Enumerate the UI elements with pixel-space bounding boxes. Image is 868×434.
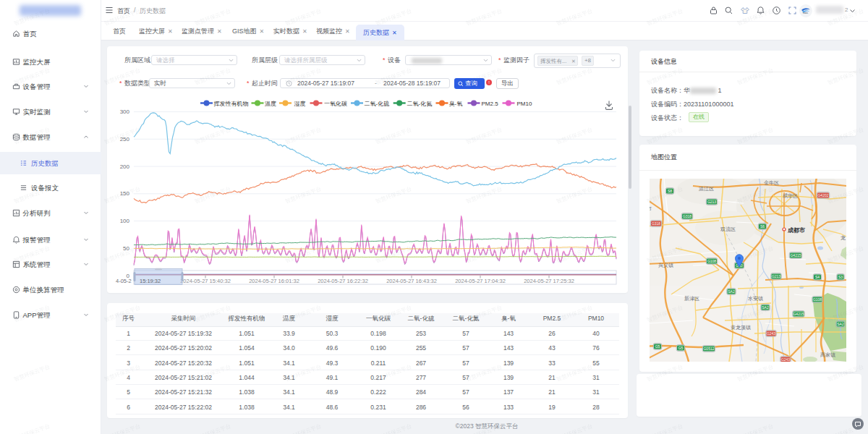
svg-text:挥发性有机物: 挥发性有机物 (213, 101, 249, 107)
svg-text:50: 50 (123, 245, 129, 252)
svg-text:PM2.5: PM2.5 (482, 101, 499, 107)
svg-text:4-05-2: 4-05-2 (116, 278, 132, 284)
svg-text:成华区: 成华区 (783, 193, 798, 199)
svg-text:G108: G108 (707, 259, 716, 263)
svg-text:15:19:32: 15:19:32 (140, 278, 161, 284)
svg-text:SA2: SA2 (837, 322, 844, 326)
svg-text:二氧-化硫: 二氧-化硫 (365, 101, 390, 107)
svg-text:一氧化碳: 一氧化碳 (324, 101, 347, 107)
svg-text:G4202: G4202 (817, 193, 828, 197)
svg-text:兴义镇: 兴义镇 (658, 263, 673, 268)
svg-text:SA2: SA2 (762, 305, 769, 310)
svg-text:G243: G243 (781, 357, 790, 362)
svg-text:G318: G318 (652, 221, 660, 226)
svg-text:二氧-化氮: 二氧-化氮 (407, 101, 433, 107)
svg-text:高家镇: 高家镇 (820, 352, 835, 358)
svg-text:水安镇: 水安镇 (748, 296, 763, 302)
svg-text:G243: G243 (767, 331, 775, 336)
svg-text:G5: G5 (678, 346, 684, 350)
svg-text:250: 250 (120, 136, 130, 142)
svg-text:G213: G213 (707, 200, 716, 204)
svg-text:G4215: G4215 (793, 312, 804, 316)
svg-text:SA2: SA2 (728, 289, 735, 294)
svg-text:湿度: 湿度 (294, 101, 306, 107)
svg-text:G5: G5 (655, 344, 660, 349)
svg-text:S8: S8 (668, 189, 672, 193)
svg-text:G318: G318 (683, 214, 692, 218)
svg-text:news: news (803, 12, 809, 14)
svg-text:100: 100 (120, 218, 130, 224)
svg-text:G213: G213 (772, 274, 780, 278)
svg-text:新津区: 新津区 (684, 295, 699, 302)
svg-text:龙: 龙 (841, 235, 846, 240)
svg-text:市: 市 (650, 205, 652, 211)
svg-text:G4215: G4215 (790, 253, 801, 258)
svg-text:PM10: PM10 (517, 101, 532, 107)
svg-text:黄龙溪镇: 黄龙溪镇 (731, 325, 751, 331)
svg-text:200: 200 (120, 163, 130, 170)
svg-text:150: 150 (120, 190, 130, 197)
svg-text:成都市: 成都市 (787, 226, 805, 234)
svg-text:金牛区: 金牛区 (764, 180, 779, 186)
svg-text:双流区: 双流区 (720, 226, 736, 232)
svg-text:温江区: 温江区 (699, 186, 714, 192)
svg-text:臭-氧: 臭-氧 (449, 101, 463, 107)
svg-text:S6: S6 (760, 224, 765, 229)
svg-text:S4: S4 (815, 275, 820, 279)
svg-text:温度: 温度 (265, 101, 276, 107)
svg-text:G108: G108 (813, 297, 822, 302)
svg-text:S3: S3 (838, 275, 843, 279)
svg-text:300: 300 (120, 109, 130, 115)
svg-text:G0512: G0512 (703, 346, 714, 351)
